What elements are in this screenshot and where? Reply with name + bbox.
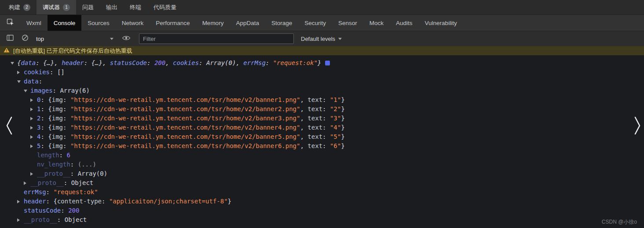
ide-tab-build[interactable]: 构建2 (3, 0, 37, 14)
tab-storage[interactable]: Storage (265, 15, 298, 31)
line-content: cookies: [] (24, 69, 65, 76)
line-content: statusCode: 200 (24, 207, 79, 214)
filter-input[interactable] (139, 33, 294, 44)
line-content: header: {content-type: "applicaiton/json… (24, 198, 231, 205)
ide-tab-output[interactable]: 输出 (100, 0, 124, 14)
expand-arrow-icon[interactable] (30, 105, 37, 114)
console-tree-row: 0: {img: "https://cdn-we-retail.ym.tence… (0, 95, 644, 105)
token-punctuation: : { (40, 133, 51, 140)
tab-sensor[interactable]: Sensor (332, 15, 363, 31)
token-punctuation: : (70, 170, 78, 177)
ide-tab-label: 构建 (9, 4, 20, 11)
token-punctuation: : { (40, 96, 51, 103)
tab-memory[interactable]: Memory (196, 15, 230, 31)
token-punctuation: } (228, 198, 231, 205)
tab-count-badge: 1 (63, 4, 70, 11)
token-string-value: "5" (330, 133, 341, 140)
ide-tab-terminal[interactable]: 终端 (124, 0, 147, 14)
ide-tab-problems[interactable]: 问题 (76, 0, 100, 14)
token-object-value: Array(0) (78, 170, 107, 177)
line-content: 5: {img: "https://cdn-we-retail.ym.tence… (37, 142, 345, 149)
token-punctuation: : (266, 59, 273, 66)
token-dim-property-name: length (37, 152, 59, 159)
line-content: 1: {img: "https://cdn-we-retail.ym.tence… (37, 105, 345, 112)
token-punctuation: } (341, 142, 344, 149)
token-preview-property-name: img (52, 133, 63, 140)
expand-arrow-icon[interactable] (30, 132, 37, 141)
token-punctuation: : (63, 133, 70, 140)
token-punctuation: , (54, 59, 62, 66)
expand-arrow-icon[interactable] (30, 114, 37, 123)
token-getter-ellipsis[interactable]: (...) (78, 161, 96, 168)
clear-console-icon (22, 34, 29, 43)
token-property-name: images (30, 87, 53, 94)
token-string-value: "https://cdn-we-retail.ym.tencent.com/ts… (70, 115, 300, 122)
tab-appdata[interactable]: AppData (230, 15, 265, 31)
console-tree-row: length: 6 (0, 151, 644, 160)
expand-arrow-icon[interactable] (30, 169, 37, 178)
line-content: length: 6 (37, 152, 70, 159)
token-punctuation: } (341, 105, 344, 112)
tab-vulnerability[interactable]: Vulnerability (419, 15, 463, 31)
collapse-arrow-icon[interactable] (11, 58, 17, 68)
token-object-value: {…} (91, 59, 102, 66)
token-punctuation: , (102, 59, 110, 66)
token-preview-property-name: text (307, 96, 322, 103)
token-punctuation: : (322, 96, 330, 103)
tab-network[interactable]: Network (116, 15, 150, 31)
token-punctuation: } (318, 59, 321, 66)
nav-chevron-left-icon[interactable] (5, 116, 13, 137)
expand-arrow-icon[interactable] (17, 215, 24, 224)
token-string-value: "https://cdn-we-retail.ym.tencent.com/ts… (70, 124, 300, 131)
token-punctuation: , (300, 105, 307, 112)
expand-arrow-icon[interactable] (30, 141, 37, 151)
expand-arrow-icon[interactable] (17, 197, 24, 206)
log-levels-label: Default levels (301, 36, 335, 42)
token-punctuation: : (147, 59, 154, 66)
tab-performance[interactable]: Performance (150, 15, 196, 31)
token-punctuation: , (165, 59, 173, 66)
token-string-value: "request:ok" (273, 59, 318, 66)
token-punctuation: , (300, 124, 307, 131)
token-preview-property-name: img (52, 124, 63, 131)
console-tree-row: __proto__: Object (0, 178, 644, 188)
token-string-value: "https://cdn-we-retail.ym.tencent.com/ts… (70, 96, 300, 103)
ide-tab-code-quality[interactable]: 代码质量 (147, 0, 183, 14)
token-property-name: data (24, 78, 39, 85)
token-property-name: errMsg (24, 188, 46, 195)
token-dim-property-name: nv_length (37, 161, 70, 168)
console-sidebar-button[interactable] (4, 33, 16, 44)
tab-audits[interactable]: Audits (390, 15, 419, 31)
log-levels-dropdown[interactable]: Default levels (301, 36, 342, 42)
nav-chevron-right-icon[interactable] (633, 116, 641, 137)
collapse-arrow-icon[interactable] (17, 77, 24, 86)
expand-arrow-icon[interactable] (17, 68, 24, 77)
token-punctuation: } (341, 133, 344, 140)
token-string-value: "4" (330, 124, 341, 131)
token-punctuation: : (70, 161, 78, 168)
token-punctuation: : (322, 105, 330, 112)
ide-tab-debugger[interactable]: 调试器1 (37, 0, 76, 14)
token-object-value: Object (71, 179, 94, 186)
inspect-element-button[interactable] (0, 15, 20, 31)
tab-console[interactable]: Console (48, 15, 82, 31)
warning-triangle-icon (4, 47, 10, 54)
warning-bar: [自动热重载] 已开启代码文件保存后自动热重载 (0, 46, 644, 56)
tab-sources[interactable]: Sources (81, 15, 116, 31)
devtools-tabbar: WxmlConsoleSourcesNetworkPerformanceMemo… (0, 15, 644, 31)
token-dim-property-name: __proto__ (30, 179, 64, 186)
line-content: nv_length: (...) (37, 161, 96, 168)
expand-arrow-icon[interactable] (24, 178, 30, 188)
tab-wxml[interactable]: Wxml (20, 15, 48, 31)
token-punctuation: : (322, 115, 330, 122)
clear-console-button[interactable] (19, 33, 31, 44)
collapse-arrow-icon[interactable] (24, 86, 30, 95)
live-expression-button[interactable] (121, 33, 132, 44)
expand-arrow-icon[interactable] (30, 123, 37, 132)
ide-tab-label: 问题 (82, 4, 94, 11)
token-punctuation: } (341, 96, 344, 103)
js-context-selector[interactable]: top (36, 36, 113, 42)
tab-mock[interactable]: Mock (363, 15, 390, 31)
tab-security[interactable]: Security (298, 15, 332, 31)
expand-arrow-icon[interactable] (30, 95, 37, 105)
